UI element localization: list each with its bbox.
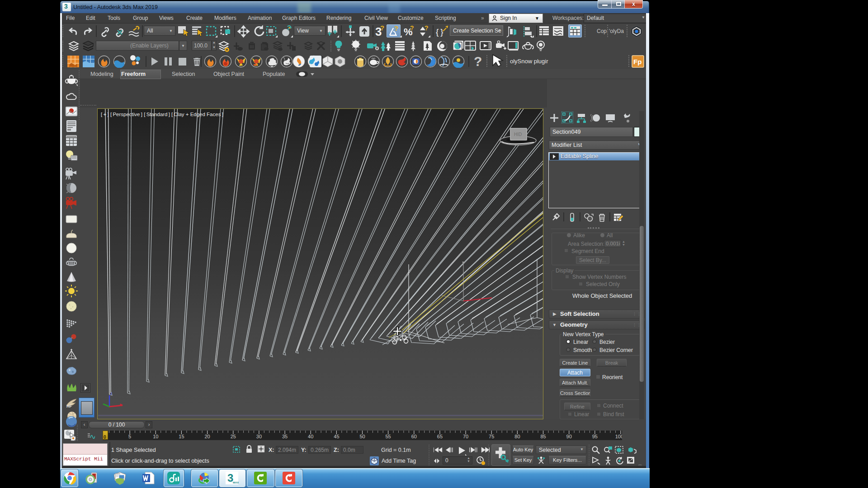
svg-text:?: ? xyxy=(474,54,482,68)
svg-text:{ }: { } xyxy=(436,27,443,37)
svg-text:10: 10 xyxy=(153,434,158,439)
svg-text:25: 25 xyxy=(231,434,236,439)
svg-text:65: 65 xyxy=(437,434,443,439)
svg-text:75: 75 xyxy=(489,434,494,439)
svg-text:z: z xyxy=(110,391,113,396)
svg-text:55: 55 xyxy=(385,434,391,439)
svg-text:40: 40 xyxy=(308,434,313,439)
svg-text:15: 15 xyxy=(179,434,184,439)
svg-text:95: 95 xyxy=(592,434,598,439)
svg-text:80: 80 xyxy=(514,434,520,439)
svg-text:?: ? xyxy=(425,25,429,32)
svg-text:20: 20 xyxy=(204,434,210,439)
svg-text:60: 60 xyxy=(411,434,417,439)
svg-text:5: 5 xyxy=(128,434,131,439)
svg-text:HID: HID xyxy=(514,132,522,137)
svg-text:?: ? xyxy=(394,25,398,32)
svg-text:?: ? xyxy=(380,25,384,32)
svg-text:70: 70 xyxy=(463,434,468,439)
svg-text:MAX: MAX xyxy=(233,481,239,484)
svg-text:Fp: Fp xyxy=(633,58,642,66)
svg-text:35: 35 xyxy=(282,434,288,439)
svg-text:50: 50 xyxy=(359,434,365,439)
svg-text:100: 100 xyxy=(615,434,622,439)
svg-text:30: 30 xyxy=(256,434,262,439)
svg-text:45: 45 xyxy=(334,434,339,439)
svg-text:HF: HF xyxy=(66,404,72,408)
svg-text:90: 90 xyxy=(566,434,572,439)
svg-text:?: ? xyxy=(410,25,414,32)
svg-text:85: 85 xyxy=(540,434,546,439)
